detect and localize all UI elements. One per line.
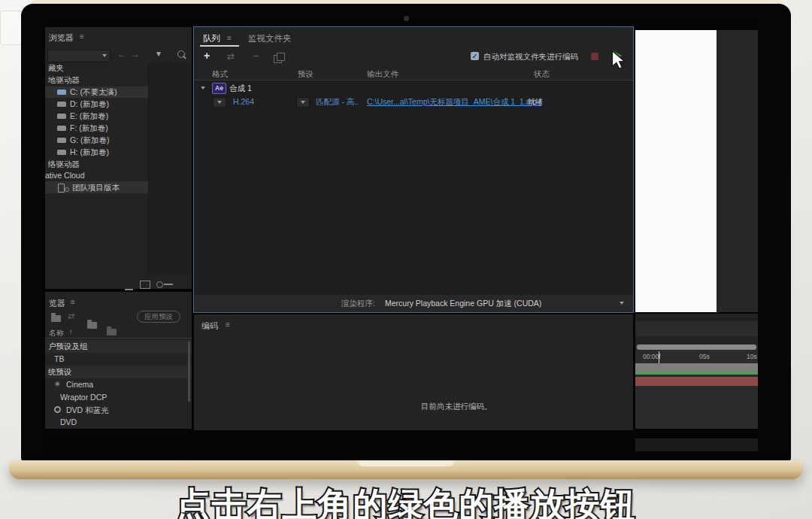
cinema-icon: ✳ <box>54 380 60 388</box>
forward-icon[interactable]: → <box>131 49 140 59</box>
drive-icon <box>57 138 66 143</box>
preset-group-user[interactable]: 户预设及组 <box>45 340 192 353</box>
video-subtitle: 点击右上角的绿色的播放按钮 <box>0 482 812 519</box>
swap-preset-icon[interactable]: ⇄ <box>227 51 235 62</box>
encoding-panel-title[interactable]: 编码 <box>201 320 218 332</box>
stop-queue-button[interactable] <box>591 53 598 60</box>
zoom-slider-icon[interactable] <box>156 281 163 288</box>
add-source-button[interactable]: + <box>204 50 210 62</box>
chevron-down-icon[interactable] <box>620 302 624 305</box>
tree-item-favorites[interactable]: 藏夹 <box>48 63 64 74</box>
encoding-panel-menu-icon[interactable]: ≡ <box>226 320 230 329</box>
search-icon[interactable] <box>177 50 185 58</box>
tree-item-drive-g[interactable]: G: (新加卷) <box>45 135 148 146</box>
new-group-icon[interactable] <box>87 322 97 329</box>
zoom-slider-track[interactable] <box>164 284 173 285</box>
collapse-icon[interactable] <box>201 86 205 90</box>
chevron-down-icon <box>301 101 305 104</box>
media-browser-panel: 浏览器 ≡ ← → ▼ 藏夹 地驱动器 C: (不要太满) D: (新加卷) <box>45 27 192 289</box>
preset-dropdown[interactable] <box>296 97 310 108</box>
preset-list-scrollbar[interactable] <box>188 341 190 402</box>
tree-item-drive-f[interactable]: F: (新加卷) <box>45 123 148 134</box>
tree-item-drive-h[interactable]: H: (新加卷) <box>45 147 148 158</box>
column-header-format[interactable]: 格式 <box>212 69 228 80</box>
preset-item-dvd[interactable]: DVD <box>60 417 77 426</box>
new-preset-icon[interactable] <box>51 315 61 322</box>
preset-header-divider <box>45 338 192 338</box>
column-header-output[interactable]: 输出文件 <box>367 69 398 80</box>
tree-item-local-drives[interactable]: 地驱动器 <box>48 75 80 86</box>
tree-item-network-drives[interactable]: 络驱动器 <box>48 159 80 170</box>
format-value[interactable]: H.264 <box>233 97 254 106</box>
queue-group-row[interactable]: Ae 合成 1 <box>194 82 633 95</box>
media-browser-panel-menu-icon[interactable]: ≡ <box>80 32 84 41</box>
drive-icon <box>57 150 66 155</box>
drive-icon <box>57 102 66 107</box>
drive-icon <box>57 90 66 95</box>
preset-group-system[interactable]: 统预设 <box>45 366 192 378</box>
tree-item-drive-d[interactable]: D: (新加卷) <box>45 99 148 110</box>
preset-item-wraptor[interactable]: Wraptor DCP <box>60 393 107 402</box>
laptop-camera-dot <box>404 16 409 21</box>
team-project-icon-dot <box>65 187 69 192</box>
ae-layer-bar <box>635 377 758 386</box>
preset-item-cinema[interactable]: ✳ Cinema <box>45 378 192 391</box>
drive-icon <box>57 114 66 119</box>
composition-name: 合成 1 <box>229 83 252 94</box>
laptop-base-notch <box>357 460 455 466</box>
after-effects-badge: Ae <box>212 83 226 94</box>
disc-icon <box>54 406 61 413</box>
preset-value[interactable]: 匹配源 - 高.. <box>316 97 359 108</box>
ae-bottom-strip <box>635 439 758 451</box>
chevron-down-icon <box>102 54 107 57</box>
ae-timeline-band <box>635 336 758 344</box>
queue-list-area <box>194 80 633 295</box>
ae-ruler-label: 10s <box>747 353 757 360</box>
back-icon[interactable]: ← <box>117 49 126 59</box>
name-column-header[interactable]: 名称 <box>49 328 64 338</box>
tree-item-drive-c[interactable]: C: (不要太满) <box>45 86 148 98</box>
preset-item-tb[interactable]: TB <box>54 354 64 363</box>
thumbnail-view-icon[interactable] <box>140 281 150 289</box>
laptop-screen: 浏览器 ≡ ← → ▼ 藏夹 地驱动器 C: (不要太满) D: (新加卷) <box>45 23 758 451</box>
preset-swap-icon[interactable]: ⇄ <box>68 311 74 321</box>
column-header-status[interactable]: 状态 <box>534 69 550 80</box>
apply-preset-button[interactable]: 应用预设 <box>137 311 180 323</box>
ae-timeline-scrollbar[interactable] <box>637 344 756 350</box>
media-browser-path-select[interactable] <box>47 50 111 62</box>
format-dropdown[interactable] <box>213 97 226 108</box>
import-preset-icon[interactable] <box>107 329 117 335</box>
mouse-cursor <box>611 50 627 69</box>
preset-browser-panel-menu-icon[interactable]: ≡ <box>71 298 75 306</box>
ae-ruler-band[interactable] <box>635 363 758 372</box>
renderer-label: 渲染程序: <box>341 299 375 309</box>
ae-timeline-band <box>635 314 758 321</box>
duplicate-icon[interactable] <box>274 55 282 63</box>
sort-ascending-icon: ↑ <box>69 328 73 335</box>
ae-work-area-bar <box>635 372 758 375</box>
tab-queue[interactable]: 队列 <box>203 33 220 44</box>
preset-browser-title[interactable]: 览器 <box>49 298 65 309</box>
preset-item-dvd-bluray[interactable]: DVD 和蓝光 <box>45 404 192 417</box>
tree-item-drive-e[interactable]: E: (新加卷) <box>45 111 148 122</box>
column-header-preset[interactable]: 预设 <box>298 69 314 80</box>
media-browser-title[interactable]: 浏览器 <box>49 32 74 44</box>
tab-queue-underline <box>200 45 239 47</box>
preset-browser-panel: 览器 ≡ ⇄ 应用预设 名称 ↑ 户预设及组 TB 统预设 ✳ Cinema <box>45 292 192 429</box>
team-project-icon <box>58 184 65 193</box>
remove-source-button[interactable]: − <box>253 50 259 62</box>
auto-encode-checkbox[interactable]: ✓ <box>471 52 479 60</box>
tree-item-team-projects[interactable]: 团队项目版本 <box>45 181 148 193</box>
output-file-link[interactable]: C:\User...al\Temp\无标题项目_AME\合成 1_1.mp4 <box>367 97 541 108</box>
renderer-value[interactable]: Mercury Playback Engine GPU 加速 (CUDA) <box>385 299 541 309</box>
tab-watch-folders[interactable]: 监视文件夹 <box>248 33 292 44</box>
queue-output-row[interactable]: H.264 匹配源 - 高.. C:\User...al\Temp\无标题项目_… <box>194 96 633 108</box>
tree-item-creative-cloud[interactable]: ative Cloud <box>45 171 85 180</box>
ae-ruler-label: 05s <box>699 353 710 360</box>
ae-right-panel <box>717 30 758 312</box>
ae-composition-viewer <box>635 30 717 312</box>
filter-icon[interactable]: ▼ <box>155 50 162 58</box>
media-browser-right-column <box>149 63 192 275</box>
queue-panel-menu-icon[interactable]: ≡ <box>227 34 232 42</box>
queue-panel: 队列 ≡ 监视文件夹 + ⇄ − ✓ 自动对监视文件夹进行编码 格式 预设 输出… <box>194 27 633 312</box>
